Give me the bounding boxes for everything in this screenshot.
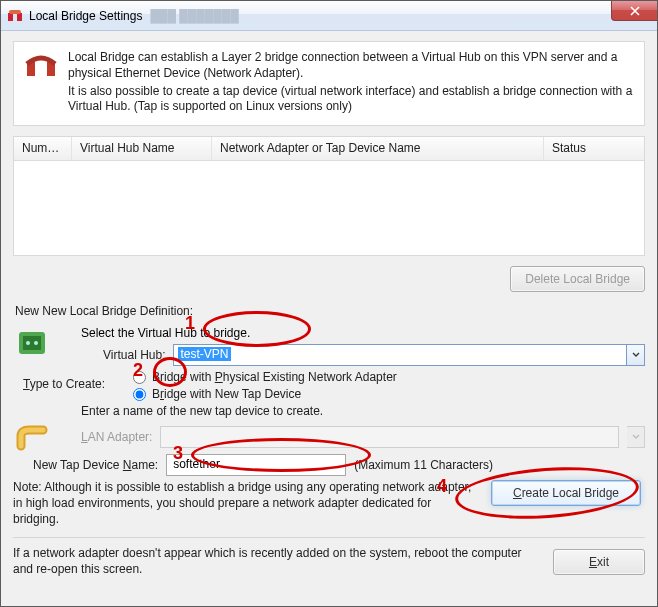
radio-tap-label: Bridge with New Tap Device	[152, 387, 301, 401]
table-actions: Delete Local Bridge	[13, 266, 645, 292]
chevron-down-icon	[632, 434, 640, 440]
intro-line2: It is also possible to create a tap devi…	[68, 84, 634, 116]
close-button[interactable]	[611, 1, 657, 21]
delete-bridge-button[interactable]: Delete Local Bridge	[510, 266, 645, 292]
bridge-icon	[24, 50, 58, 117]
tap-name-input[interactable]: softether	[166, 454, 346, 476]
virtual-hub-label: Virtual Hub:	[103, 348, 165, 362]
type-to-create-label: Type to Create:	[23, 377, 105, 391]
footer-text: If a network adapter doesn't appear whic…	[13, 546, 541, 577]
virtual-hub-input[interactable]: test-VPN	[173, 344, 627, 366]
svg-point-8	[34, 341, 38, 345]
radio-tap-row[interactable]: Bridge with New Tap Device	[133, 387, 645, 401]
exit-button[interactable]: Exit	[553, 549, 645, 575]
radio-physical-row[interactable]: Bridge with Physical Existing Network Ad…	[133, 370, 645, 384]
titlebar[interactable]: Local Bridge Settings ███ ███████	[1, 1, 657, 31]
tap-name-row: New Tap Device Name: softether (Maximum …	[33, 454, 645, 476]
svg-rect-6	[23, 336, 41, 350]
virtual-hub-icon	[15, 326, 49, 360]
intro-text: Local Bridge can establish a Layer 2 bri…	[68, 50, 634, 117]
app-icon	[7, 8, 23, 24]
window-title: Local Bridge Settings	[29, 9, 142, 23]
lan-adapter-input	[160, 426, 619, 448]
virtual-hub-value: test-VPN	[178, 347, 230, 361]
column-hub-name[interactable]: Virtual Hub Name	[72, 137, 212, 160]
select-hub-label: Select the Virtual Hub to bridge.	[81, 326, 645, 340]
window-title-ghost: ███ ███████	[150, 9, 238, 23]
svg-rect-0	[8, 13, 13, 21]
radio-physical-label: Bridge with Physical Existing Network Ad…	[152, 370, 397, 384]
close-icon	[630, 6, 640, 16]
tap-name-hint: (Maximum 11 Characters)	[354, 458, 493, 472]
intro-line1: Local Bridge can establish a Layer 2 bri…	[68, 50, 634, 82]
tap-name-label: New Tap Device Name:	[33, 458, 158, 472]
tap-instruction: Enter a name of the new tap device to cr…	[81, 404, 645, 418]
note-text: Note: Although it is possible to establi…	[13, 480, 475, 527]
intro-panel: Local Bridge can establish a Layer 2 bri…	[13, 41, 645, 126]
content-area: Local Bridge can establish a Layer 2 bri…	[1, 31, 657, 606]
svg-rect-1	[17, 13, 22, 21]
pipe-icon	[15, 422, 49, 456]
table-header-row: Numb... Virtual Hub Name Network Adapter…	[14, 137, 644, 161]
svg-rect-2	[9, 10, 21, 14]
lan-adapter-dropdown-button	[627, 426, 645, 448]
lan-adapter-row: LAN Adapter:	[81, 426, 645, 448]
definition-section-label: New New Local Bridge Definition:	[15, 304, 645, 318]
definition-block: Select the Virtual Hub to bridge. Virtua…	[13, 322, 645, 527]
radio-physical[interactable]	[133, 371, 146, 384]
table-body[interactable]	[14, 161, 644, 255]
chevron-down-icon	[632, 352, 640, 358]
bridge-table[interactable]: Numb... Virtual Hub Name Network Adapter…	[13, 136, 645, 256]
footer-row: If a network adapter doesn't appear whic…	[13, 546, 645, 577]
radio-tap[interactable]	[133, 388, 146, 401]
create-bridge-button[interactable]: Create Local Bridge	[491, 480, 641, 506]
separator	[13, 537, 645, 538]
column-number[interactable]: Numb...	[14, 137, 72, 160]
lan-adapter-label: LAN Adapter:	[81, 430, 152, 444]
note-row: Note: Although it is possible to establi…	[13, 480, 645, 527]
virtual-hub-dropdown-button[interactable]	[627, 344, 645, 366]
window-frame: Local Bridge Settings ███ ███████ Local …	[0, 0, 658, 607]
svg-point-7	[26, 341, 30, 345]
virtual-hub-combo[interactable]: test-VPN	[173, 344, 645, 366]
column-adapter-name[interactable]: Network Adapter or Tap Device Name	[212, 137, 544, 160]
column-status[interactable]: Status	[544, 137, 644, 160]
